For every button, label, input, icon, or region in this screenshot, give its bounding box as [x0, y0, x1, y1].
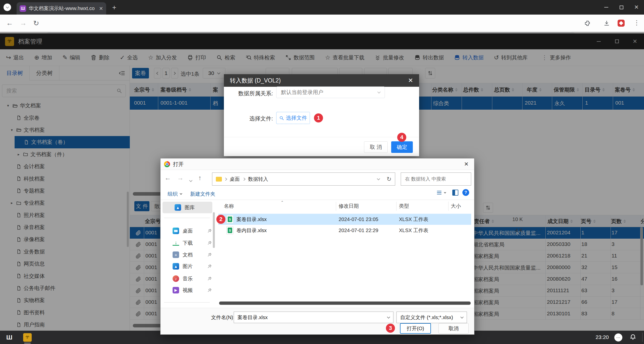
- import-data-dialog: 转入数据 (D_VOL2) ✕ 数据所属关系: 默认当前登录用户 选择文件: 选…: [224, 74, 419, 156]
- column-header-type[interactable]: 类型: [399, 203, 409, 209]
- reload-icon[interactable]: ↻: [33, 19, 39, 27]
- annotation-badge-2: 2: [216, 215, 225, 224]
- file-search-box[interactable]: [401, 173, 471, 186]
- xlsx-file-icon: S: [226, 226, 233, 234]
- chat-bubble-icon[interactable]: ⋯: [614, 333, 622, 341]
- new-folder-button[interactable]: 新建文件夹: [190, 191, 215, 197]
- file-name: 案卷目录.xlsx: [236, 216, 267, 223]
- new-tab-button[interactable]: +: [112, 4, 116, 12]
- preview-pane-button[interactable]: [452, 190, 458, 196]
- search-icon: [467, 177, 467, 182]
- nav-back-icon[interactable]: ←: [165, 174, 171, 182]
- file-size: 4 K: [502, 228, 523, 233]
- browser-toolbar: ← → ↻ ⚠不安全 xysh.eu.org:8848/Lams/vue/ind…: [0, 15, 644, 32]
- download-icon: ↓: [173, 240, 179, 246]
- back-icon[interactable]: ←: [6, 19, 13, 27]
- chevron-down-icon: [460, 315, 464, 319]
- extensions-puzzle-icon[interactable]: [584, 20, 591, 28]
- gallery-icon: ▲: [175, 204, 181, 211]
- close-icon[interactable]: ✕: [408, 77, 413, 84]
- browser-close-button[interactable]: ✕: [629, 0, 644, 15]
- file-open-dialog: 打开 ✕ ← → ↑ 桌面 数据转入 ↻ 组织 新建文件夹 ? ▲图库: [160, 158, 474, 335]
- video-icon: ▶: [173, 287, 179, 293]
- extension-icon[interactable]: [618, 20, 625, 27]
- desktop-icon: [173, 228, 179, 234]
- nav-history-chevron-icon[interactable]: [190, 177, 192, 183]
- choose-file-label: 选择文件:: [224, 115, 273, 122]
- music-icon: ♪: [173, 275, 179, 282]
- file-date: 2024-07-01 22:29: [339, 228, 378, 233]
- pin-icon: [207, 252, 212, 257]
- column-header-size[interactable]: 大小: [451, 203, 461, 209]
- file-list-hscrollbar[interactable]: [219, 302, 471, 305]
- taskbar-archive-app-icon[interactable]: [23, 333, 32, 342]
- xlsx-file-icon: S: [226, 215, 233, 223]
- breadcrumb-bar[interactable]: 桌面 数据转入 ↻: [212, 173, 395, 186]
- browser-menu-icon[interactable]: ⋮: [633, 19, 640, 27]
- notification-bell-icon[interactable]: [629, 333, 636, 341]
- forward-icon[interactable]: →: [20, 19, 27, 27]
- file-list-row-selected[interactable]: S 案卷目录.xlsx 2024-07-01 23:05 XLSX 工作表 10…: [218, 214, 471, 225]
- file-name: 卷内目录.xlsx: [236, 227, 267, 234]
- choose-file-button[interactable]: 选择文件: [276, 112, 310, 124]
- file-dialog-title: 打开: [173, 161, 184, 168]
- file-list-row[interactable]: S 卷内目录.xlsx 2024-07-01 22:29 XLSX 工作表 4 …: [218, 225, 471, 236]
- nav-item-gallery[interactable]: ▲图库: [163, 202, 212, 213]
- import-dialog-header: 转入数据 (D_VOL2) ✕: [224, 74, 419, 87]
- refresh-icon[interactable]: ↻: [387, 176, 391, 183]
- address-dropdown-icon[interactable]: [377, 177, 380, 180]
- sort-asc-indicator: ⌃: [281, 200, 284, 204]
- cancel-button[interactable]: 取消: [438, 323, 469, 334]
- import-dialog-title: 转入数据 (D_VOL2): [230, 77, 281, 84]
- show-desktop-divider[interactable]: [642, 333, 642, 342]
- browser-minimize-button[interactable]: [599, 0, 614, 15]
- filetype-combobox[interactable]: 自定义文件 (*.xls;*.xlsx): [396, 312, 467, 323]
- annotation-badge-3: 3: [386, 324, 395, 333]
- column-header-date[interactable]: 修改日期: [339, 203, 359, 209]
- folder-icon: [216, 177, 222, 182]
- nav-item-documents[interactable]: ≡文档: [160, 249, 213, 261]
- pin-icon: [207, 229, 212, 233]
- tab-close-icon[interactable]: ✕: [99, 6, 103, 12]
- nav-item-downloads[interactable]: ↓下载: [160, 237, 213, 249]
- nav-up-icon[interactable]: ↑: [198, 174, 202, 182]
- confirm-button[interactable]: 确定: [391, 141, 413, 153]
- pin-icon: [207, 264, 212, 269]
- downloads-icon[interactable]: [603, 20, 610, 28]
- browser-tab-strip: Ш 华文档案演示站-www.hwxt.co ✕ + ✕: [0, 0, 644, 15]
- chrome-icon: [164, 161, 170, 167]
- nav-forward-icon[interactable]: →: [177, 174, 184, 182]
- file-date: 2024-07-01 23:05: [339, 217, 378, 222]
- browser-tab[interactable]: Ш 华文档案演示站-www.hwxt.co ✕: [17, 2, 106, 15]
- view-mode-button[interactable]: [436, 190, 446, 196]
- annotation-badge-4: 4: [397, 133, 406, 142]
- column-header-name[interactable]: 名称: [224, 203, 234, 209]
- file-type: XLSX 工作表: [399, 216, 428, 223]
- pin-icon: [207, 288, 212, 292]
- browser-maximize-button[interactable]: [614, 0, 629, 15]
- breadcrumb-desktop[interactable]: 桌面: [230, 176, 240, 183]
- taskbar-clock[interactable]: 23:20: [595, 334, 609, 340]
- nav-item-pictures[interactable]: ▲图片: [160, 261, 213, 272]
- organize-button[interactable]: 组织: [168, 191, 182, 197]
- nav-pane-scrollbar[interactable]: [213, 212, 215, 248]
- open-button[interactable]: 打开(O): [400, 323, 431, 334]
- close-icon[interactable]: ✕: [464, 161, 469, 167]
- pictures-icon: ▲: [173, 263, 179, 270]
- nav-item-music[interactable]: ♪音乐: [160, 273, 213, 284]
- breadcrumb-folder[interactable]: 数据转入: [248, 176, 268, 183]
- browser-window-controls: ✕: [599, 0, 644, 15]
- owner-relation-select[interactable]: 默认当前登录用户: [276, 87, 385, 98]
- taskbar-app-hw-icon[interactable]: Ш: [5, 333, 14, 342]
- cancel-button[interactable]: 取 消: [364, 141, 388, 153]
- chevron-down-icon: [387, 315, 390, 319]
- nav-item-desktop[interactable]: 桌面: [160, 225, 213, 237]
- active-app-indicator: [24, 343, 31, 343]
- filename-combobox[interactable]: 案卷目录.xlsx: [234, 312, 393, 323]
- help-button[interactable]: ?: [462, 189, 469, 196]
- nav-item-videos[interactable]: ▶视频: [160, 284, 213, 296]
- file-size: 10 K: [500, 217, 523, 222]
- file-search-input[interactable]: [405, 176, 467, 182]
- tab-search-button[interactable]: [4, 4, 11, 11]
- document-icon: ≡: [173, 251, 179, 258]
